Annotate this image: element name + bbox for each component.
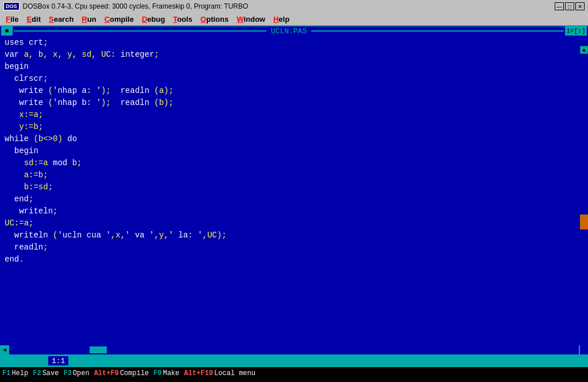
fn-f1-label: Help (11, 369, 28, 377)
minimize-button[interactable]: — (555, 2, 564, 10)
menu-window[interactable]: Window (233, 14, 269, 25)
menu-options[interactable]: Options (197, 14, 232, 25)
dos-icon: DOS (3, 2, 20, 10)
scroll-up-button[interactable]: ▲ (580, 46, 588, 54)
fn-altf9-label: Compile (120, 369, 149, 377)
status-bar: 1:1 (0, 354, 588, 367)
fn-altf10-key: Alt+F10 (184, 369, 213, 377)
fn-altf10-label: Local menu (214, 369, 256, 377)
menu-search[interactable]: Search (45, 14, 77, 25)
code-content: uses crt; var a, b, x, y, sd, UC: intege… (0, 36, 580, 267)
menu-bar: File Edit Search Run Compile Debug Tools… (0, 13, 588, 25)
fn-f9-label: Make (163, 369, 180, 377)
menu-debug[interactable]: Debug (138, 14, 168, 25)
line-col-indicator: 1:1 (48, 356, 68, 365)
maximize-button[interactable]: □ (565, 2, 574, 10)
status-left (2, 356, 48, 365)
scrollbar-right[interactable]: ▲ ▼ (580, 46, 588, 354)
title-bar-controls: — □ ✕ (555, 2, 585, 10)
fn-f2-label: Save (42, 369, 59, 377)
window-num-btn[interactable]: 1=[↕] (565, 26, 587, 36)
menu-run[interactable]: Run (78, 14, 99, 25)
title-bar: DOS DOSBox 0.74-3, Cpu speed: 3000 cycle… (0, 0, 588, 13)
fn-f9-key: F9 (153, 369, 161, 377)
menu-help[interactable]: Help (270, 14, 293, 25)
fn-f2-key: F2 (33, 369, 41, 377)
title-text: DOSBox 0.74-3, Cpu speed: 3000 cycles, F… (23, 2, 249, 10)
menu-compile[interactable]: Compile (101, 14, 137, 25)
scrollbar-bottom: ◄ ► (0, 345, 588, 354)
fn-f3-label: Open (73, 369, 90, 377)
fn-f3-key: F3 (63, 369, 71, 377)
title-bar-left: DOS DOSBox 0.74-3, Cpu speed: 3000 cycle… (3, 2, 248, 10)
fn-altf9[interactable]: Alt+F9 Compile (94, 369, 149, 377)
fn-f1[interactable]: F1 Help (2, 369, 28, 377)
code-wrapper: uses crt; var a, b, x, y, sd, UC: intege… (0, 36, 588, 345)
fn-bar: F1 Help F2 Save F3 Open Alt+F9 Compile F… (0, 367, 588, 380)
close-button[interactable]: ✕ (575, 2, 585, 10)
menu-file[interactable]: File (2, 14, 22, 25)
hscroll-track[interactable] (9, 345, 579, 354)
fn-f2[interactable]: F2 Save (33, 369, 59, 377)
status-right (68, 356, 586, 365)
menu-tools[interactable]: Tools (169, 14, 196, 25)
fn-f3[interactable]: F3 Open (63, 369, 89, 377)
window-close-btn[interactable]: ■ (1, 26, 13, 36)
hscroll-thumb[interactable] (90, 346, 107, 353)
scroll-track[interactable] (580, 54, 588, 354)
fn-f1-key: F1 (2, 369, 10, 377)
fn-f9[interactable]: F9 Make (153, 369, 179, 377)
menu-edit[interactable]: Edit (23, 14, 44, 25)
editor-container: ■ UCLN.PAS 1=[↕] uses crt; var a, b, x, … (0, 25, 588, 354)
code-editor[interactable]: uses crt; var a, b, x, y, sd, UC: intege… (0, 36, 588, 345)
scroll-thumb[interactable] (580, 215, 588, 229)
scroll-left-button[interactable]: ◄ (0, 345, 9, 354)
fn-altf10[interactable]: Alt+F10 Local menu (184, 369, 256, 377)
window-title: UCLN.PAS (266, 27, 311, 36)
fn-altf9-key: Alt+F9 (94, 369, 119, 377)
